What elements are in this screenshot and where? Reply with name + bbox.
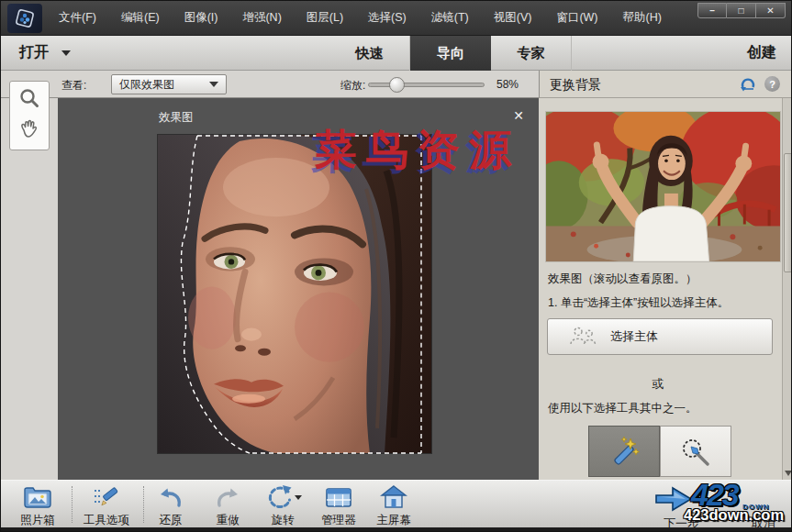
step1-text: 1. 单击“选择主体”按钮以选择主体。: [548, 295, 729, 311]
task-label: 重做: [217, 513, 240, 528]
photo-preview[interactable]: [157, 134, 432, 454]
window-bottom-edge: [1, 527, 792, 532]
redo-icon: [214, 483, 241, 511]
quick-selection-icon: [679, 435, 712, 468]
app-logo-icon: [7, 4, 42, 33]
chevron-down-icon: [209, 82, 218, 87]
view-select-value: 仅限效果图: [119, 77, 174, 93]
scrollbar-thumb[interactable]: [784, 153, 792, 272]
mode-bar: 打开 快速 导向 专家 创建: [1, 36, 792, 71]
tool-strip: [1, 98, 58, 480]
reset-icon[interactable]: [740, 76, 756, 93]
scroll-down-icon[interactable]: [785, 471, 792, 476]
mode-tabs: 快速 导向 专家: [329, 36, 572, 71]
menu-view[interactable]: 视图(V): [494, 10, 532, 26]
window-controls: – □ ✕: [697, 3, 786, 18]
menu-file[interactable]: 文件(F): [59, 10, 96, 26]
canvas-watermark: 菜鸟资源: [315, 122, 520, 179]
open-button[interactable]: 打开: [19, 43, 71, 62]
zoom-label: 缩放:: [340, 78, 365, 94]
undo-icon: [157, 483, 184, 511]
tools-hint: 使用以下选择工具其中之一。: [548, 401, 697, 416]
zoom-slider-thumb[interactable]: [389, 77, 405, 93]
organizer-icon: [325, 483, 352, 511]
rotate-icon: [263, 483, 302, 511]
menu-filter[interactable]: 滤镜(T): [431, 10, 469, 26]
zoom-tool-icon[interactable]: [17, 87, 41, 115]
guided-panel: 效果图（滚动以查看原图。） 1. 单击“选择主体”按钮以选择主体。 选择主体 或…: [539, 98, 792, 480]
menu-bar: 文件(F) 编辑(E) 图像(I) 增强(N) 图层(L) 选择(S) 滤镜(T…: [1, 1, 792, 36]
create-button[interactable]: 创建: [747, 43, 776, 62]
menu-enhance[interactable]: 增强(N): [242, 10, 281, 26]
panel-scrollbar[interactable]: [782, 98, 792, 480]
canvas: 效果图 ✕: [58, 98, 539, 480]
home-screen-button[interactable]: 主屏幕: [362, 483, 426, 528]
menu-edit[interactable]: 编辑(E): [121, 10, 160, 26]
preview-caption: 效果图（滚动以查看原图。）: [548, 272, 697, 287]
menu-layer[interactable]: 图层(L): [307, 10, 343, 26]
view-select[interactable]: 仅限效果图: [111, 74, 227, 94]
menu-image[interactable]: 图像(I): [184, 10, 218, 26]
menu-window[interactable]: 窗口(W): [556, 10, 597, 26]
menu-help[interactable]: 帮助(H): [623, 10, 662, 26]
maximize-button[interactable]: □: [727, 3, 756, 18]
photo-bin-icon: [23, 483, 52, 511]
task-label: 照片箱: [20, 513, 55, 528]
toolbox: [9, 81, 50, 150]
zoom-slider-track[interactable]: [368, 83, 485, 87]
menu-select[interactable]: 选择(S): [368, 10, 407, 26]
taskbar: 照片箱 工具选项: [1, 480, 792, 527]
panel-header: 更换背景 ?: [539, 71, 792, 98]
hand-tool-icon[interactable]: [17, 117, 41, 145]
task-label: 工具选项: [84, 513, 129, 528]
options-bar: 查看: 仅限效果图 缩放: 58%: [1, 71, 539, 98]
task-label: 主屏幕: [376, 513, 411, 528]
tool-options-icon: [92, 483, 121, 511]
select-subject-button[interactable]: 选择主体: [547, 318, 773, 355]
chevron-down-icon: [61, 50, 71, 56]
select-subject-label: 选择主体: [610, 328, 658, 345]
preview-label: 效果图: [159, 110, 194, 126]
task-label: 管理器: [321, 513, 356, 528]
photo-bin-button[interactable]: 照片箱: [6, 483, 70, 528]
select-subject-icon: [568, 326, 599, 349]
sample-image: [545, 111, 781, 262]
taskbar-separator: [72, 486, 73, 523]
task-label: 还原: [160, 513, 183, 528]
undo-button[interactable]: 还原: [139, 483, 203, 528]
zoom-value: 58%: [496, 78, 519, 91]
or-label: 或: [539, 376, 777, 393]
quick-selection-tool-button[interactable]: [660, 426, 731, 477]
task-label: 旋转: [272, 513, 295, 528]
open-label: 打开: [19, 43, 49, 62]
home-icon: [380, 483, 407, 511]
magic-wand-tool-button[interactable]: [588, 426, 660, 477]
magic-wand-icon: [608, 435, 641, 468]
panel-title: 更换背景: [550, 77, 601, 94]
minimize-button[interactable]: –: [697, 3, 727, 18]
tab-quick[interactable]: 快速: [329, 36, 410, 71]
close-button[interactable]: ✕: [756, 3, 786, 18]
rotate-button[interactable]: 旋转: [251, 483, 315, 528]
view-label: 查看:: [61, 78, 86, 94]
help-icon[interactable]: ?: [764, 76, 780, 92]
tool-options-button[interactable]: 工具选项: [74, 483, 139, 528]
canvas-close-icon[interactable]: ✕: [513, 108, 524, 123]
tab-guided[interactable]: 导向: [410, 36, 491, 71]
tab-expert[interactable]: 专家: [491, 36, 572, 71]
menu-items: 文件(F) 编辑(E) 图像(I) 增强(N) 图层(L) 选择(S) 滤镜(T…: [59, 10, 662, 26]
app-window: 文件(F) 编辑(E) 图像(I) 增强(N) 图层(L) 选择(S) 滤镜(T…: [0, 0, 792, 532]
